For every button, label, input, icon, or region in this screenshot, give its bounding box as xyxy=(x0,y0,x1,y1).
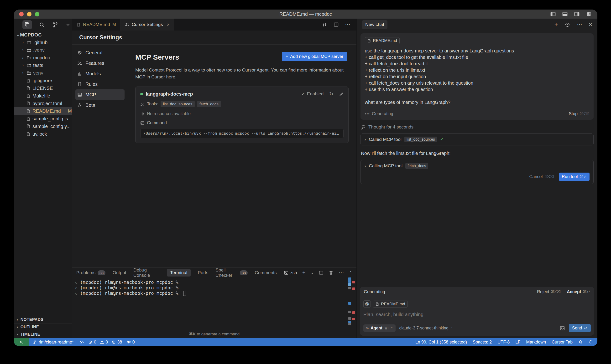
tool-call-label: Called MCP tool xyxy=(369,137,402,142)
tab-readme[interactable]: README.md M xyxy=(72,19,121,30)
problems-indicator[interactable]: 0 0 38 xyxy=(88,340,122,345)
tree-item-mcpdoc[interactable]: ›mcpdoc xyxy=(14,54,72,62)
chat-input[interactable] xyxy=(363,312,579,317)
model-selector[interactable]: claude-3.7-sonnet-thinking ⌃ xyxy=(399,326,453,331)
ports-indicator[interactable]: 0 xyxy=(126,340,135,345)
section-notepads[interactable]: ›NOTEPADS xyxy=(14,316,72,323)
nav-rules[interactable]: Rules xyxy=(75,79,124,89)
context-file-chip[interactable]: README.md xyxy=(373,300,408,308)
attach-image-icon[interactable] xyxy=(560,326,565,331)
more-actions-icon[interactable]: ⋯ xyxy=(345,21,350,28)
tool-chip[interactable]: fetch_docs xyxy=(197,101,221,107)
panel-tab-problems[interactable]: Problems38 xyxy=(76,270,106,275)
enabled-toggle[interactable]: ✓Enabled xyxy=(301,91,324,97)
zoom-window-button[interactable] xyxy=(35,12,39,16)
here-link[interactable]: here xyxy=(166,74,175,79)
close-window-button[interactable] xyxy=(19,12,24,16)
tree-item-venv[interactable]: ›venv xyxy=(14,69,72,77)
remote-indicator[interactable] xyxy=(14,338,29,346)
panel-tab-terminal[interactable]: Terminal xyxy=(167,269,191,276)
nav-features[interactable]: Features xyxy=(75,58,124,68)
terminal-output[interactable]: ○(mcpdoc) rlm@rs-macbook-pro mcpdoc % ○(… xyxy=(72,280,356,296)
panel-tab-ports[interactable]: Ports xyxy=(198,270,208,275)
stop-button[interactable]: Stop⌘⌫ xyxy=(569,111,589,116)
add-mcp-server-button[interactable]: +Add new global MCP server xyxy=(282,52,347,61)
nav-general[interactable]: General xyxy=(75,47,124,58)
chevron-down-icon[interactable] xyxy=(65,22,71,27)
tree-item-pyproject[interactable]: pyproject.toml xyxy=(14,100,72,107)
panel-tab-debug-console[interactable]: Debug Console xyxy=(133,267,160,278)
chat-tab[interactable]: New chat xyxy=(362,20,387,29)
send-button[interactable]: Send↵ xyxy=(569,324,591,332)
tree-item-sample-config-js[interactable]: sample_config.js... xyxy=(14,115,72,123)
open-changes-icon[interactable] xyxy=(322,22,327,27)
panel-tab-label: Comments xyxy=(255,270,277,275)
tab-cursor-settings[interactable]: Cursor Settings × xyxy=(121,19,174,30)
maximize-panel-icon[interactable]: ⌃ xyxy=(349,271,352,275)
cancel-tool-button[interactable]: Cancel⌘⌫ xyxy=(529,174,554,179)
settings-gear-icon[interactable] xyxy=(586,11,592,17)
close-tab-icon[interactable]: × xyxy=(167,22,170,27)
panel-more-icon[interactable]: ⋯ xyxy=(339,270,344,276)
nav-mcp[interactable]: MCP xyxy=(75,89,124,100)
panel-tab-output[interactable]: Output xyxy=(113,270,126,275)
new-terminal-icon[interactable]: + xyxy=(302,269,306,276)
toggle-secondary-sidebar-icon[interactable] xyxy=(574,11,580,17)
tree-item-uvlock[interactable]: uv.lock xyxy=(14,130,72,138)
panel-tab-spell-checker[interactable]: Spell Checker38 xyxy=(216,267,248,278)
add-context-button[interactable]: @ xyxy=(363,300,371,308)
tree-item-tests[interactable]: ›tests xyxy=(14,62,72,69)
mcp-tool-calling-box[interactable]: › Calling MCP tool fetch_docs Cancel⌘⌫ R… xyxy=(361,160,594,184)
chat-more-icon[interactable]: ⋯ xyxy=(577,21,582,28)
branch-indicator[interactable]: rlm/clean-readme*+ xyxy=(33,340,84,345)
indentation-indicator[interactable]: Spaces: 2 xyxy=(473,340,492,345)
refresh-icon[interactable]: ↻ xyxy=(329,91,333,97)
minimize-window-button[interactable] xyxy=(27,12,31,16)
tree-item-readme-selected[interactable]: README.mdM xyxy=(14,107,72,115)
agent-mode-selector[interactable]: ∞ Agent ⌘I ⌃ xyxy=(363,325,395,332)
explorer-icon[interactable] xyxy=(22,20,32,29)
kill-terminal-trash-icon[interactable] xyxy=(329,271,333,275)
reject-button[interactable]: Reject⌘⌫ xyxy=(537,289,561,294)
language-mode-indicator[interactable]: Markdown xyxy=(526,340,546,345)
cursor-tab-indicator[interactable]: Cursor Tab xyxy=(552,340,573,345)
accept-button[interactable]: Accept⌘↵ xyxy=(567,289,590,294)
split-terminal-icon[interactable] xyxy=(319,270,324,275)
tool-chip[interactable]: list_doc_sources xyxy=(161,101,195,107)
tree-item-venv-hidden[interactable]: ›.venv xyxy=(14,46,72,54)
edit-pencil-icon[interactable] xyxy=(339,92,344,96)
chat-history-icon[interactable] xyxy=(565,22,570,27)
bell-slash-icon[interactable] xyxy=(578,340,583,344)
encoding-indicator[interactable]: UTF-8 xyxy=(497,340,510,345)
tree-item-license[interactable]: LICENSE xyxy=(14,84,72,92)
mcp-tool-called-box[interactable]: › Called MCP tool list_doc_sources ✓ xyxy=(361,133,594,145)
tree-root-mcpdoc[interactable]: ⌄MCPDOC xyxy=(14,31,72,39)
command-text[interactable]: /Users/rlm/.local/bin/uvx --from mcpdoc … xyxy=(140,129,344,138)
tree-item-github[interactable]: ›.github xyxy=(14,39,72,46)
shell-selector[interactable]: zsh xyxy=(284,270,297,275)
toggle-primary-sidebar-icon[interactable] xyxy=(550,11,556,17)
toggle-panel-icon[interactable] xyxy=(562,11,568,17)
tree-item-makefile[interactable]: Makefile xyxy=(14,92,72,100)
new-chat-icon[interactable]: + xyxy=(555,21,558,28)
terminal-dropdown-icon[interactable]: ⌄ xyxy=(311,271,314,275)
nav-beta[interactable]: Beta xyxy=(75,100,124,110)
section-timeline[interactable]: ›TIMELINE xyxy=(14,331,72,338)
tree-item-gitignore[interactable]: .gitignore xyxy=(14,77,72,84)
bell-icon[interactable] xyxy=(589,340,593,344)
search-icon[interactable] xyxy=(39,22,45,28)
remote-icon xyxy=(19,340,23,344)
resources-icon xyxy=(140,112,145,116)
nav-models[interactable]: Models xyxy=(75,68,124,79)
close-chat-icon[interactable]: × xyxy=(589,21,592,28)
cursor-position-indicator[interactable]: Ln 99, Col 1 (358 selected) xyxy=(415,340,467,345)
run-tool-button[interactable]: Run tool⌘↵ xyxy=(559,173,590,181)
tree-item-sample-config-y[interactable]: sample_config.y... xyxy=(14,123,72,130)
eol-indicator[interactable]: LF xyxy=(515,340,520,345)
section-outline[interactable]: ›OUTLINE xyxy=(14,323,72,331)
source-control-icon[interactable] xyxy=(52,22,58,28)
thought-row[interactable]: Thought for 4 seconds xyxy=(361,124,593,130)
panel-tab-comments[interactable]: Comments xyxy=(255,270,277,275)
attached-file-chip[interactable]: README.md xyxy=(365,37,400,44)
split-editor-icon[interactable] xyxy=(334,22,339,27)
